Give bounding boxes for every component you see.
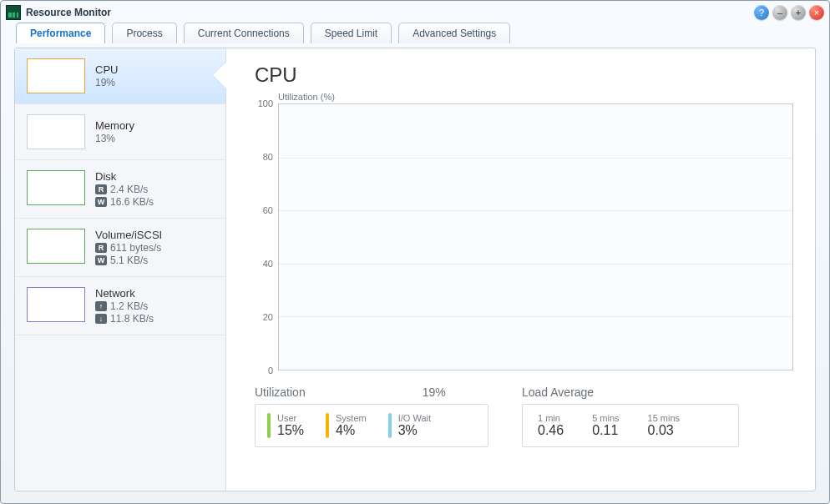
content-panel: CPU 19% Memory 13% Disk R 2.4 KB/s [14, 48, 816, 491]
sidebar-item-label: Network [95, 287, 154, 300]
metric-value: 0.03 [648, 423, 681, 438]
load-15min: 15 mins 0.03 [648, 413, 681, 438]
volume-write-row: W 5.1 KB/s [95, 255, 162, 266]
metric-label: System [336, 413, 367, 423]
load-average-heading: Load Average [522, 386, 594, 399]
cpu-thumb-icon [27, 58, 85, 93]
sidebar-item-label: Volume/iSCSI [95, 229, 162, 241]
help-button[interactable]: ? [754, 5, 769, 20]
metric-value: 0.11 [592, 423, 619, 438]
volume-read-value: 611 bytes/s [110, 242, 161, 254]
metric-label: 5 mins [592, 413, 619, 423]
sidebar-item-network[interactable]: Network ↑ 1.2 KB/s ↓ 11.8 KB/s [15, 277, 225, 335]
disk-read-value: 2.4 KB/s [110, 184, 148, 195]
y-axis-ticks: 100 80 60 40 20 0 [255, 103, 276, 370]
tab-speed-limit[interactable]: Speed Limit [311, 23, 392, 43]
sidebar-item-label: CPU [95, 63, 118, 76]
system-color-icon [326, 413, 329, 438]
resource-monitor-window: Resource Monitor ? – + × Performance Pro… [0, 0, 830, 504]
tab-process[interactable]: Process [112, 23, 176, 43]
tab-label: Speed Limit [325, 28, 377, 39]
metric-user: User 15% [267, 413, 304, 438]
disk-thumb-icon [27, 170, 85, 205]
network-thumb-icon [27, 287, 85, 322]
sidebar: CPU 19% Memory 13% Disk R 2.4 KB/s [15, 48, 226, 491]
app-icon [6, 5, 21, 20]
disk-write-row: W 16.6 KB/s [95, 196, 154, 208]
load-average-box: 1 min 0.46 5 mins 0.11 15 mins 0.03 [522, 404, 739, 447]
tab-label: Current Connections [198, 28, 290, 39]
y-tick: 20 [263, 312, 273, 322]
cpu-utilization-chart: 100 80 60 40 20 0 [255, 103, 793, 370]
network-up-row: ↑ 1.2 KB/s [95, 300, 154, 312]
sidebar-item-value: 13% [95, 133, 134, 144]
y-tick: 60 [263, 205, 273, 215]
sidebar-item-value: 19% [95, 77, 118, 88]
utilization-heading: Utilization [255, 386, 306, 399]
stats-row: Utilization 19% User 15% [255, 386, 793, 447]
volume-read-row: R 611 bytes/s [95, 242, 162, 254]
read-badge-icon: R [95, 243, 107, 253]
load-average-block: Load Average 1 min 0.46 5 mins 0.11 15 m… [522, 386, 739, 447]
main-panel: CPU Utilization (%) 100 80 60 40 20 0 [226, 48, 815, 491]
memory-thumb-icon [27, 114, 85, 149]
user-color-icon [267, 413, 271, 438]
load-5min: 5 mins 0.11 [592, 413, 619, 438]
sidebar-item-volume[interactable]: Volume/iSCSI R 611 bytes/s W 5.1 KB/s [15, 219, 225, 277]
read-badge-icon: R [95, 184, 107, 194]
upload-badge-icon: ↑ [95, 301, 107, 311]
maximize-button[interactable]: + [791, 5, 806, 20]
tab-current-connections[interactable]: Current Connections [184, 23, 304, 43]
close-button[interactable]: × [809, 5, 824, 20]
metric-value: 3% [398, 423, 431, 438]
utilization-block: Utilization 19% User 15% [255, 386, 488, 447]
write-badge-icon: W [95, 197, 107, 207]
metric-label: 1 min [538, 413, 564, 423]
minimize-button[interactable]: – [772, 5, 787, 20]
sidebar-item-label: Memory [95, 119, 134, 132]
tab-bar: Performance Process Current Connections … [1, 23, 829, 43]
volume-thumb-icon [27, 229, 85, 264]
metric-label: User [277, 413, 304, 423]
network-down-value: 11.8 KB/s [110, 313, 154, 325]
window-title: Resource Monitor [26, 7, 111, 18]
metric-value: 4% [336, 423, 367, 438]
page-title: CPU [255, 63, 793, 87]
load-1min: 1 min 0.46 [538, 413, 564, 438]
download-badge-icon: ↓ [95, 314, 107, 324]
tab-advanced-settings[interactable]: Advanced Settings [398, 23, 510, 43]
network-down-row: ↓ 11.8 KB/s [95, 313, 154, 325]
titlebar: Resource Monitor ? – + × [1, 1, 829, 24]
y-tick: 40 [263, 259, 273, 269]
metric-io-wait: I/O Wait 3% [388, 413, 431, 438]
io-color-icon [388, 413, 392, 438]
tab-label: Process [126, 28, 162, 39]
disk-write-value: 16.6 KB/s [110, 196, 154, 208]
y-tick: 100 [258, 98, 273, 108]
y-tick: 0 [268, 365, 273, 375]
tab-label: Performance [30, 28, 91, 39]
metric-value: 0.46 [538, 423, 564, 438]
sidebar-item-label: Disk [95, 170, 154, 183]
chart-y-axis-label: Utilization (%) [278, 92, 793, 102]
metric-label: 15 mins [648, 413, 681, 423]
metric-system: System 4% [326, 413, 367, 438]
utilization-box: User 15% System 4% [255, 404, 488, 447]
chart-plot-area [278, 103, 793, 370]
sidebar-item-cpu[interactable]: CPU 19% [15, 48, 225, 104]
volume-write-value: 5.1 KB/s [110, 255, 148, 266]
sidebar-item-disk[interactable]: Disk R 2.4 KB/s W 16.6 KB/s [15, 160, 225, 219]
tab-performance[interactable]: Performance [16, 23, 105, 43]
tab-label: Advanced Settings [412, 28, 496, 39]
sidebar-item-memory[interactable]: Memory 13% [15, 104, 225, 160]
write-badge-icon: W [95, 255, 107, 265]
metric-label: I/O Wait [398, 413, 431, 423]
utilization-total: 19% [423, 386, 446, 399]
metric-value: 15% [277, 423, 304, 438]
network-up-value: 1.2 KB/s [110, 300, 148, 312]
disk-read-row: R 2.4 KB/s [95, 184, 154, 195]
y-tick: 80 [263, 152, 273, 162]
